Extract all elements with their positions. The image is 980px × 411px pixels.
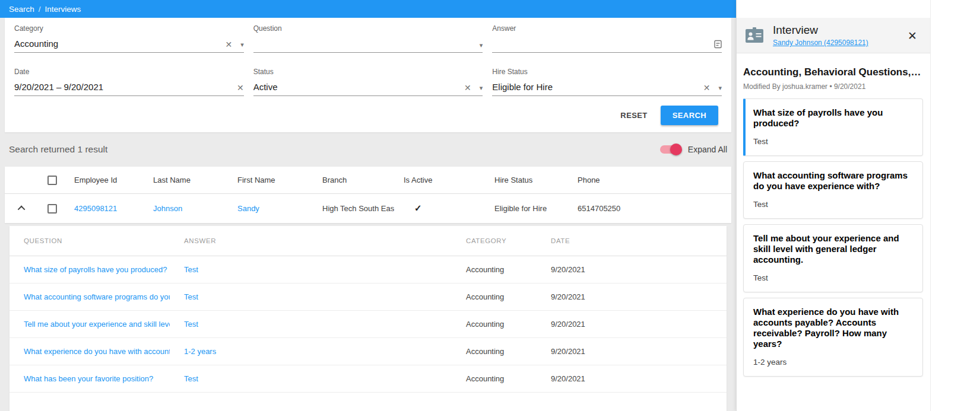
hire-status-select[interactable]: Eligible for Hire ✕ ▾ bbox=[492, 80, 722, 96]
answer-link[interactable]: Test bbox=[184, 320, 198, 329]
answer-input[interactable] bbox=[492, 37, 722, 53]
detail-row: What experience do you have with account… bbox=[9, 337, 727, 365]
date-filter-field: Date 9/20/2021 – 9/20/2021 ✕ bbox=[14, 68, 244, 96]
qa-card[interactable]: What experience do you have with account… bbox=[743, 298, 923, 377]
expand-column-header bbox=[5, 167, 39, 193]
results-table-card: Employee Id Last Name First Name Branch … bbox=[5, 167, 731, 223]
reset-button[interactable]: RESET bbox=[614, 106, 653, 125]
col-hire-status: Hire Status bbox=[485, 167, 568, 193]
detail-table-card: QUESTION ANSWER CATEGORY DATE What size … bbox=[9, 226, 727, 411]
panel-titles: Interview Sandy Johnson (4295098121) bbox=[773, 24, 868, 47]
answer-link[interactable]: Test bbox=[184, 265, 198, 274]
status-clear-icon[interactable]: ✕ bbox=[464, 84, 471, 92]
status-label: Status bbox=[253, 68, 483, 76]
main-content: Category Accounting ✕ ▾ Question bbox=[0, 18, 736, 411]
search-button[interactable]: SEARCH bbox=[661, 106, 718, 125]
hire-status-cell: Eligible for Hire bbox=[485, 193, 568, 223]
answer-link[interactable]: 1-2 years bbox=[184, 347, 216, 356]
row-expand-cell bbox=[5, 193, 39, 223]
results-bar: Search returned 1 result Expand All bbox=[5, 132, 731, 167]
results-summary: Search returned 1 result bbox=[9, 144, 107, 155]
first-name-link[interactable]: Sandy bbox=[237, 204, 259, 213]
detail-header-row: QUESTION ANSWER CATEGORY DATE bbox=[9, 226, 727, 256]
date-value: 9/20/2021 – 9/20/2021 bbox=[14, 82, 103, 92]
filter-actions: RESET SEARCH bbox=[14, 106, 722, 125]
category-select[interactable]: Accounting ✕ ▾ bbox=[14, 37, 244, 53]
question-link[interactable]: What has been your favorite position? bbox=[24, 374, 153, 383]
answer-label: Answer bbox=[492, 24, 722, 33]
status-value: Active bbox=[253, 82, 278, 92]
qa-answer: Test bbox=[753, 200, 913, 209]
category-filter-field: Category Accounting ✕ ▾ bbox=[14, 24, 244, 53]
select-all-checkbox[interactable] bbox=[47, 176, 57, 185]
collapse-chevron-icon[interactable] bbox=[17, 205, 25, 213]
panel-header: Interview Sandy Johnson (4295098121) ✕ bbox=[737, 18, 930, 53]
date-cell: 9/20/2021 bbox=[537, 365, 727, 392]
qa-answer: Test bbox=[753, 137, 913, 146]
date-cell: 9/20/2021 bbox=[537, 256, 727, 283]
employee-id-link[interactable]: 4295098121 bbox=[74, 204, 117, 213]
breadcrumb-search-link[interactable]: Search bbox=[9, 5, 34, 14]
category-caret-icon[interactable]: ▾ bbox=[240, 42, 244, 48]
status-caret-icon[interactable]: ▾ bbox=[480, 85, 483, 91]
col-answer: ANSWER bbox=[170, 226, 452, 256]
date-label: Date bbox=[14, 68, 244, 76]
detail-row: What has been your favorite position? Te… bbox=[9, 365, 727, 392]
question-link[interactable]: What accounting software programs do you… bbox=[24, 292, 170, 301]
answer-link[interactable]: Test bbox=[184, 374, 198, 383]
hire-status-clear-icon[interactable]: ✕ bbox=[703, 84, 711, 92]
question-caret-icon[interactable]: ▾ bbox=[480, 42, 483, 49]
category-cell: Accounting bbox=[452, 256, 537, 283]
toggle-knob bbox=[670, 144, 682, 155]
close-icon[interactable]: ✕ bbox=[908, 30, 917, 41]
qa-answer: Test bbox=[753, 273, 913, 282]
hire-status-value: Eligible for Hire bbox=[492, 82, 553, 92]
col-branch: Branch bbox=[313, 167, 394, 193]
qa-card[interactable]: What size of payrolls have you produced?… bbox=[743, 98, 923, 156]
employee-id-cell: 4295098121 bbox=[65, 193, 144, 223]
question-link[interactable]: What experience do you have with account… bbox=[24, 347, 170, 356]
hire-status-filter-field: Hire Status Eligible for Hire ✕ ▾ bbox=[492, 68, 722, 96]
panel-title: Interview bbox=[773, 24, 868, 37]
row-checkbox[interactable] bbox=[47, 204, 57, 214]
date-clear-icon[interactable]: ✕ bbox=[237, 84, 244, 92]
status-filter-field: Status Active ✕ ▾ bbox=[253, 68, 483, 96]
col-date: DATE bbox=[537, 226, 727, 256]
hire-status-caret-icon[interactable]: ▾ bbox=[718, 85, 722, 91]
qa-card[interactable]: What accounting software programs do you… bbox=[743, 161, 923, 219]
category-cell: Accounting bbox=[452, 283, 537, 310]
answer-link[interactable]: Test bbox=[184, 292, 198, 301]
last-name-link[interactable]: Johnson bbox=[153, 204, 182, 213]
record-title: Accounting, Behavioral Questions, … bbox=[743, 66, 923, 78]
question-link[interactable]: Tell me about your experience and skill … bbox=[24, 320, 170, 329]
qa-card[interactable]: Tell me about your experience and skill … bbox=[743, 224, 923, 292]
question-link[interactable]: What size of payrolls have you produced? bbox=[24, 265, 167, 274]
text-field-icon bbox=[714, 40, 722, 49]
question-label: Question bbox=[253, 24, 483, 33]
date-range-input[interactable]: 9/20/2021 – 9/20/2021 ✕ bbox=[14, 80, 244, 96]
expand-all-label: Expand All bbox=[688, 145, 727, 154]
expand-all-control: Expand All bbox=[660, 145, 727, 154]
detail-row: What size of payrolls have you produced?… bbox=[9, 256, 727, 283]
modified-line: Modified By joshua.kramer • 9/20/2021 bbox=[743, 82, 923, 91]
qa-answer: 1-2 years bbox=[753, 358, 913, 367]
answer-filter-field: Answer bbox=[492, 24, 722, 53]
breadcrumb-bar: Search / Interviews bbox=[0, 0, 736, 18]
question-select[interactable]: ▾ bbox=[253, 37, 483, 53]
qa-question: What size of payrolls have you produced? bbox=[753, 107, 913, 129]
hire-status-label: Hire Status bbox=[492, 68, 722, 76]
category-clear-icon[interactable]: ✕ bbox=[225, 40, 232, 49]
row-select-cell bbox=[39, 193, 65, 223]
breadcrumb-current-link[interactable]: Interviews bbox=[45, 5, 81, 14]
status-select[interactable]: Active ✕ ▾ bbox=[253, 80, 483, 96]
subject-link[interactable]: Sandy Johnson (4295098121) bbox=[773, 39, 868, 47]
col-is-active: Is Active bbox=[394, 167, 485, 193]
breadcrumb-separator: / bbox=[39, 5, 41, 14]
expand-all-toggle[interactable] bbox=[660, 145, 680, 154]
qa-question: What experience do you have with account… bbox=[753, 307, 913, 349]
app-root: Search / Interviews Category Accounting … bbox=[0, 0, 980, 411]
qa-question: What accounting software programs do you… bbox=[753, 170, 913, 192]
category-cell: Accounting bbox=[452, 337, 537, 365]
question-filter-field: Question ▾ bbox=[253, 24, 483, 53]
date-cell: 9/20/2021 bbox=[537, 337, 727, 365]
